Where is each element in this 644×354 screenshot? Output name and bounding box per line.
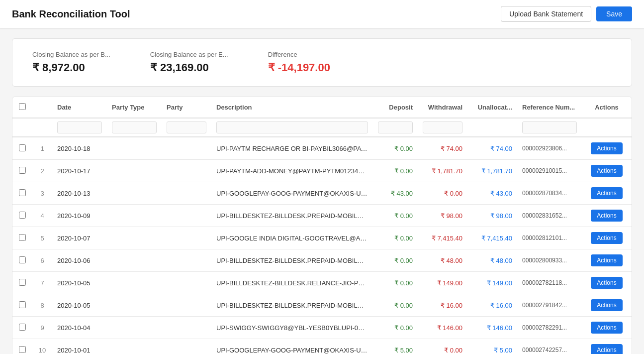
row-date: 2020-10-04: [52, 317, 107, 339]
row-number: 3: [32, 182, 52, 205]
save-button[interactable]: Save: [596, 6, 632, 21]
difference-value: ₹ -14,197.00: [268, 61, 330, 74]
row-description: UPI-BILLDESKTEZ-BILLDESK.PREPAID-MOBILE@…: [211, 205, 373, 227]
closing-balance-bank-label: Closing Balance as per B...: [32, 51, 110, 58]
actions-button[interactable]: Actions: [591, 277, 622, 289]
row-checkbox-cell: [12, 294, 32, 317]
table-row: 92020-10-04UPI-SWIGGY-SWIGGY8@YBL-YESB0Y…: [12, 317, 632, 339]
row-deposit: ₹ 0.00: [373, 294, 418, 317]
row-number: 7: [32, 272, 52, 294]
row-date: 2020-10-01: [52, 339, 107, 354]
row-description: UPI-PAYTM RECHARGE OR BI-PAYBIL3066@PAYT…: [211, 137, 373, 160]
select-all-checkbox[interactable]: [19, 103, 26, 110]
filter-row: [12, 118, 632, 137]
row-number: 2: [32, 160, 52, 182]
actions-button[interactable]: Actions: [591, 344, 622, 354]
row-deposit: ₹ 0.00: [373, 272, 418, 294]
filter-withdrawal-input[interactable]: [423, 121, 462, 133]
filter-deposit-input[interactable]: [378, 121, 413, 133]
row-party-type: [107, 339, 162, 354]
filter-actions-cell: [582, 118, 632, 137]
row-number: 5: [32, 227, 52, 249]
actions-button[interactable]: Actions: [591, 254, 622, 266]
filter-party-type-input[interactable]: [112, 121, 157, 133]
row-party: [162, 294, 211, 317]
row-unallocated: ₹ 5.00: [467, 339, 517, 354]
closing-balance-erp: Closing Balance as per E... ₹ 23,169.00: [150, 51, 228, 74]
row-date: 2020-10-05: [52, 294, 107, 317]
table-body: 12020-10-18UPI-PAYTM RECHARGE OR BI-PAYB…: [12, 137, 632, 354]
row-checkbox[interactable]: [19, 256, 26, 263]
row-checkbox[interactable]: [19, 301, 26, 308]
row-actions-cell: Actions: [582, 317, 632, 339]
closing-balance-erp-value: ₹ 23,169.00: [150, 61, 209, 74]
row-description: UPI-GOOGLE INDIA DIGITAL-GOOGTRAVEL@AXIS…: [211, 227, 373, 249]
filter-date-input[interactable]: [57, 121, 102, 133]
header-actions-col: Actions: [582, 97, 632, 118]
row-actions-cell: Actions: [582, 205, 632, 227]
row-checkbox[interactable]: [19, 167, 26, 174]
row-party-type: [107, 294, 162, 317]
actions-button[interactable]: Actions: [591, 210, 622, 222]
filter-unalloc-cell: [467, 118, 517, 137]
difference: Difference ₹ -14,197.00: [268, 51, 330, 74]
row-party: [162, 249, 211, 272]
row-deposit: ₹ 0.00: [373, 160, 418, 182]
filter-ref-cell: [517, 118, 582, 137]
header-reference: Reference Num...: [517, 97, 582, 118]
actions-button[interactable]: Actions: [591, 187, 622, 199]
closing-balance-erp-label: Closing Balance as per E...: [150, 51, 228, 58]
filter-reference-input[interactable]: [522, 121, 577, 133]
row-checkbox[interactable]: [19, 346, 26, 353]
table-row: 72020-10-05UPI-BILLDESKTEZ-BILLDESK.RELI…: [12, 272, 632, 294]
row-date: 2020-10-09: [52, 205, 107, 227]
row-actions-cell: Actions: [582, 182, 632, 205]
row-reference: 000002782118...: [517, 272, 582, 294]
row-withdrawal: ₹ 7,415.40: [418, 227, 467, 249]
row-deposit: ₹ 0.00: [373, 205, 418, 227]
row-party: [162, 160, 211, 182]
filter-description-input[interactable]: [216, 121, 368, 133]
row-party: [162, 272, 211, 294]
actions-button[interactable]: Actions: [591, 232, 622, 244]
row-checkbox[interactable]: [19, 234, 26, 241]
row-checkbox[interactable]: [19, 279, 26, 286]
actions-button[interactable]: Actions: [591, 142, 622, 154]
filter-date-cell: [52, 118, 107, 137]
row-checkbox[interactable]: [19, 324, 26, 331]
filter-withdrawal-cell: [418, 118, 467, 137]
row-withdrawal: ₹ 48.00: [418, 249, 467, 272]
actions-button[interactable]: Actions: [591, 299, 622, 311]
row-reference: 000002791842...: [517, 294, 582, 317]
row-checkbox[interactable]: [19, 144, 26, 151]
table-row: 52020-10-07UPI-GOOGLE INDIA DIGITAL-GOOG…: [12, 227, 632, 249]
filter-party-input[interactable]: [167, 121, 206, 133]
row-party-type: [107, 160, 162, 182]
row-party: [162, 317, 211, 339]
table-row: 102020-10-01UPI-GOOGLEPAY-GOOG-PAYMENT@O…: [12, 339, 632, 354]
row-date: 2020-10-17: [52, 160, 107, 182]
filter-desc-cell: [211, 118, 373, 137]
actions-button[interactable]: Actions: [591, 165, 622, 177]
filter-deposit-cell: [373, 118, 418, 137]
row-checkbox[interactable]: [19, 189, 26, 196]
row-checkbox-cell: [12, 227, 32, 249]
row-description: UPI-GOOGLEPAY-GOOG-PAYMENT@OKAXIS-UTIB..…: [211, 182, 373, 205]
table-row: 12020-10-18UPI-PAYTM RECHARGE OR BI-PAYB…: [12, 137, 632, 160]
row-number: 8: [32, 294, 52, 317]
transactions-table-container: Date Party Type Party Description Deposi…: [12, 97, 632, 354]
row-withdrawal: ₹ 0.00: [418, 182, 467, 205]
row-description: UPI-GOOGLEPAY-GOOG-PAYMENT@OKAXIS-UTIB..…: [211, 339, 373, 354]
header-deposit: Deposit: [373, 97, 418, 118]
row-withdrawal: ₹ 74.00: [418, 137, 467, 160]
row-deposit: ₹ 0.00: [373, 249, 418, 272]
row-description: UPI-BILLDESKTEZ-BILLDESK.RELIANCE-JIO-PR…: [211, 272, 373, 294]
upload-bank-statement-button[interactable]: Upload Bank Statement: [501, 6, 591, 22]
row-reference: 000002870834...: [517, 182, 582, 205]
row-party: [162, 205, 211, 227]
row-checkbox[interactable]: [19, 212, 26, 219]
row-unallocated: ₹ 98.00: [467, 205, 517, 227]
actions-button[interactable]: Actions: [591, 322, 622, 334]
row-withdrawal: ₹ 1,781.70: [418, 160, 467, 182]
row-number: 1: [32, 137, 52, 160]
